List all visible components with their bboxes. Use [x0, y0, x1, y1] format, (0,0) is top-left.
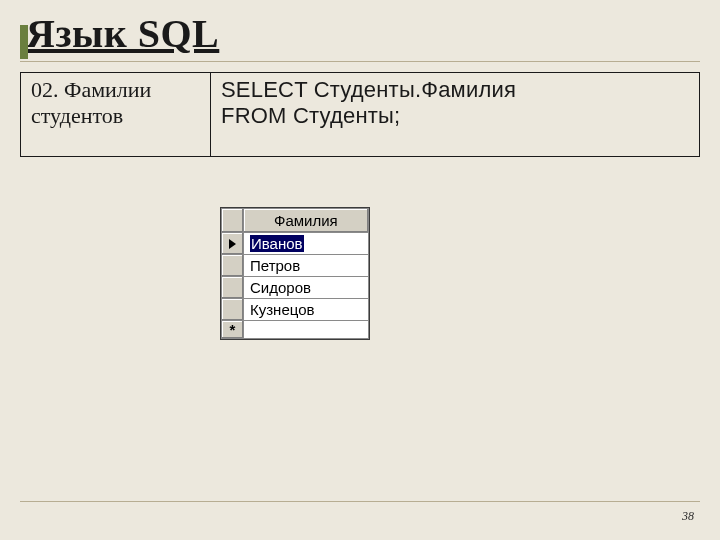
corner-cell: [222, 208, 244, 232]
cell: Кузнецов: [244, 298, 369, 320]
sql-line-1: SELECT Студенты.Фамилия: [221, 77, 689, 103]
title-accent-bar: [20, 25, 28, 59]
page-number: 38: [682, 509, 694, 524]
table-row: Петров: [222, 254, 369, 276]
footer-divider: [20, 501, 700, 502]
cell: Петров: [244, 254, 369, 276]
title-divider: [20, 61, 700, 62]
slide-title: Язык SQL: [26, 10, 700, 57]
asterisk-icon: *: [230, 321, 236, 338]
sql-code: SELECT Студенты.Фамилия FROM Студенты;: [211, 73, 699, 156]
result-table: Фамилия Иванов Петров Сидоров Кузнецов *: [221, 208, 369, 339]
current-row-icon: [229, 239, 236, 249]
result-grid: Фамилия Иванов Петров Сидоров Кузнецов *: [220, 207, 370, 340]
row-selector: [222, 254, 244, 276]
cell: Сидоров: [244, 276, 369, 298]
empty-cell: [244, 320, 369, 338]
table-header-row: Фамилия: [222, 208, 369, 232]
sql-line-2: FROM Студенты;: [221, 103, 689, 129]
task-description: 02. Фамилии студентов: [21, 73, 211, 156]
selected-cell-text: Иванов: [250, 235, 304, 252]
table-row: Кузнецов: [222, 298, 369, 320]
row-selector: [222, 298, 244, 320]
slide: Язык SQL 02. Фамилии студентов SELECT Ст…: [20, 10, 700, 532]
row-selector: [222, 276, 244, 298]
column-header: Фамилия: [244, 208, 369, 232]
row-selector-current: [222, 232, 244, 254]
example-panel: 02. Фамилии студентов SELECT Студенты.Фа…: [20, 72, 700, 157]
new-row-selector: *: [222, 320, 244, 338]
table-row: Иванов: [222, 232, 369, 254]
cell: Иванов: [244, 232, 369, 254]
table-row: Сидоров: [222, 276, 369, 298]
table-new-row: *: [222, 320, 369, 338]
